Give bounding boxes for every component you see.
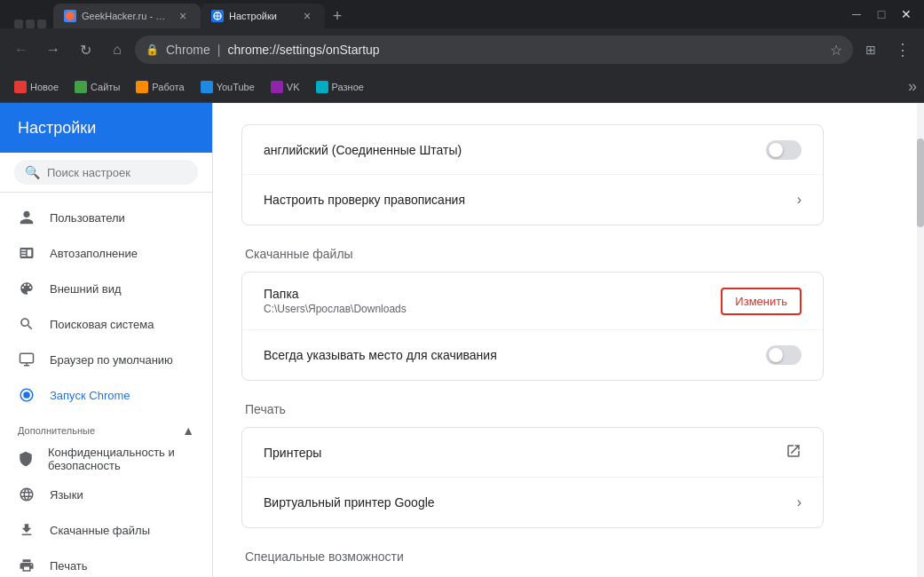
default-browser-icon xyxy=(18,351,36,368)
always-ask-content: Всегда указывать место для скачивания xyxy=(264,348,766,362)
window-controls: ─ □ ✕ xyxy=(846,5,917,23)
autofill-icon xyxy=(18,244,36,262)
more-button[interactable]: ⋮ xyxy=(888,36,917,64)
tab1-close[interactable]: × xyxy=(176,9,190,23)
virtual-printer-title: Виртуальный принтер Google xyxy=(264,495,797,510)
folder-title: Папка xyxy=(264,287,721,301)
always-ask-row: Всегда указывать место для скачивания xyxy=(242,330,823,380)
spelling-row-content: Настроить проверку правописания xyxy=(264,193,797,207)
search-container[interactable]: 🔍 xyxy=(14,160,198,185)
downloads-icon xyxy=(18,521,36,539)
accessibility-section-title: Специальные возможности xyxy=(241,549,824,564)
appearance-icon xyxy=(18,280,36,297)
tab-1[interactable]: GeekHacker.ru - Еже... × xyxy=(53,4,201,28)
always-ask-toggle-knob xyxy=(769,348,783,362)
search-input[interactable] xyxy=(47,166,187,179)
downloads-group: Папка C:\Users\Ярослав\Downloads Изменит… xyxy=(241,272,824,381)
language-row-title: английский (Соединенные Штаты) xyxy=(264,143,766,157)
section-advanced: Дополнительные ▲ xyxy=(0,413,212,441)
bookmarks-bar: Новое Сайты Работа YouTube VK Разное » xyxy=(0,71,924,103)
privacy-icon xyxy=(18,450,34,468)
startup-icon xyxy=(18,386,36,404)
browser-toolbar: ← → ↻ ⌂ 🔒 Chrome | chrome://settings/onS… xyxy=(0,28,924,71)
tabs-area: GeekHacker.ru - Еже... × Настройки × + xyxy=(7,0,846,28)
main-layout: Настройки 🔍 Пользователи Автозапо xyxy=(0,103,924,577)
svg-rect-4 xyxy=(20,353,34,363)
bookmark-4[interactable]: YouTube xyxy=(193,76,262,98)
sidebar-item-default-browser[interactable]: Браузер по умолчанию xyxy=(0,342,212,377)
bookmark-star[interactable]: ☆ xyxy=(830,42,842,59)
content-area: английский (Соединенные Штаты) Настроить… xyxy=(213,103,917,577)
bookmark-6[interactable]: Разное xyxy=(309,76,371,98)
always-ask-toggle[interactable] xyxy=(766,345,802,365)
content-scrollbar[interactable] xyxy=(917,103,924,577)
bookmark-1[interactable]: Новое xyxy=(7,76,66,98)
sidebar-item-startup[interactable]: Запуск Chrome xyxy=(0,377,212,413)
language-toggle[interactable] xyxy=(766,140,802,160)
spelling-row[interactable]: Настроить проверку правописания › xyxy=(242,175,823,225)
sidebar-item-default-label: Браузер по умолчанию xyxy=(50,353,173,367)
extensions-button[interactable]: ⊞ xyxy=(857,36,885,64)
sidebar-item-print[interactable]: Печать xyxy=(0,548,212,577)
sidebar-item-autofill[interactable]: Автозаполнение xyxy=(0,235,212,271)
forward-button[interactable]: → xyxy=(39,36,67,64)
maximize-button[interactable]: □ xyxy=(871,5,892,23)
address-url: chrome://settings/onStartup xyxy=(227,43,379,57)
home-button[interactable]: ⌂ xyxy=(103,36,131,64)
section-advanced-label: Дополнительные xyxy=(18,425,95,436)
advanced-arrow[interactable]: ▲ xyxy=(182,423,194,438)
bookmarks-more[interactable]: » xyxy=(908,77,917,96)
sidebar-nav: Пользователи Автозаполнение Внешний вид xyxy=(0,193,212,577)
svg-point-0 xyxy=(66,12,75,20)
language-toggle-knob xyxy=(769,143,783,157)
sidebar-item-users[interactable]: Пользователи xyxy=(0,200,212,235)
sidebar-item-privacy[interactable]: Конфиденциальность и безопасность xyxy=(0,441,212,477)
change-folder-button[interactable]: Изменить xyxy=(721,288,802,315)
folder-row-content: Папка C:\Users\Ярослав\Downloads xyxy=(264,287,721,315)
sidebar-item-downloads[interactable]: Скачанные файлы xyxy=(0,512,212,548)
language-row: английский (Соединенные Штаты) xyxy=(242,125,823,175)
print-icon xyxy=(18,557,36,574)
tab2-label: Настройки xyxy=(229,11,277,21)
search-engine-icon xyxy=(18,315,36,333)
bookmark-2[interactable]: Сайты xyxy=(67,76,127,98)
back-button[interactable]: ← xyxy=(7,36,36,64)
sidebar: Настройки 🔍 Пользователи Автозапо xyxy=(0,103,213,577)
sidebar-item-autofill-label: Автозаполнение xyxy=(50,247,138,260)
bookmark-3[interactable]: Работа xyxy=(129,76,191,98)
new-tab-button[interactable]: + xyxy=(325,4,350,28)
tab-2[interactable]: Настройки × xyxy=(201,4,325,28)
svg-point-5 xyxy=(23,391,30,399)
sidebar-item-startup-label: Запуск Chrome xyxy=(50,389,130,402)
virtual-printer-chevron: › xyxy=(797,494,802,510)
language-row-content: английский (Соединенные Штаты) xyxy=(264,143,766,157)
minimize-button[interactable]: ─ xyxy=(846,5,867,23)
reload-button[interactable]: ↻ xyxy=(71,36,99,64)
address-chrome: Chrome xyxy=(166,43,210,57)
tab1-label: GeekHacker.ru - Еже... xyxy=(82,11,170,21)
sidebar-item-downloads-label: Скачанные файлы xyxy=(50,524,150,537)
folder-row: Папка C:\Users\Ярослав\Downloads Изменит… xyxy=(242,273,823,330)
tab2-close[interactable]: × xyxy=(300,9,314,23)
sidebar-item-privacy-label: Конфиденциальность и безопасность xyxy=(48,446,194,472)
address-bar[interactable]: 🔒 Chrome | chrome://settings/onStartup ☆ xyxy=(135,36,853,64)
content-inner: английский (Соединенные Штаты) Настроить… xyxy=(213,103,852,577)
tab1-favicon xyxy=(64,10,76,22)
search-icon: 🔍 xyxy=(25,165,40,179)
always-ask-title: Всегда указывать место для скачивания xyxy=(264,348,766,362)
tab2-favicon xyxy=(211,10,224,22)
address-bar-icon: 🔒 xyxy=(146,43,159,56)
close-button[interactable]: ✕ xyxy=(896,5,917,23)
spelling-row-title: Настроить проверку правописания xyxy=(264,193,797,207)
titlebar: GeekHacker.ru - Еже... × Настройки × + ─… xyxy=(0,0,924,28)
print-group: Принтеры Виртуальный принтер Google › xyxy=(241,427,824,528)
spelling-chevron: › xyxy=(797,192,802,208)
sidebar-item-search[interactable]: Поисковая система xyxy=(0,306,212,342)
toolbar-right: ⊞ ⋮ xyxy=(857,36,917,64)
printers-row[interactable]: Принтеры xyxy=(242,428,823,478)
bookmark-5[interactable]: VK xyxy=(264,76,307,98)
sidebar-item-appearance[interactable]: Внешний вид xyxy=(0,271,212,306)
printers-title: Принтеры xyxy=(264,446,786,460)
virtual-printer-row[interactable]: Виртуальный принтер Google › xyxy=(242,478,823,527)
sidebar-item-languages[interactable]: Языки xyxy=(0,477,212,512)
